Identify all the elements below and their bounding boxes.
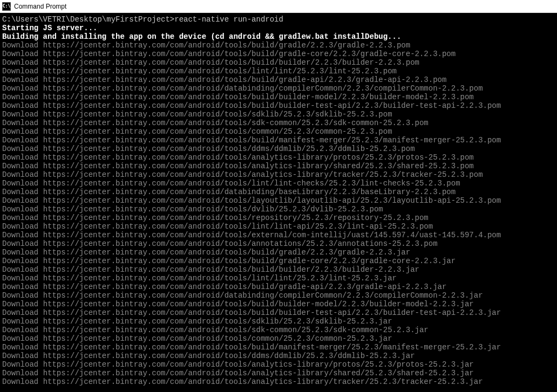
download-prefix: Download xyxy=(2,360,43,369)
download-url: https://jcenter.bintray.com/com/android/… xyxy=(43,291,483,300)
download-line: Download https://jcenter.bintray.com/com… xyxy=(2,283,555,291)
download-prefix: Download xyxy=(2,153,43,162)
download-line: Download https://jcenter.bintray.com/com… xyxy=(2,300,555,308)
download-line: Download https://jcenter.bintray.com/com… xyxy=(2,239,555,248)
download-prefix: Download xyxy=(2,50,43,58)
download-url: https://jcenter.bintray.com/com/android/… xyxy=(43,274,397,283)
download-prefix: Download xyxy=(2,67,43,75)
download-prefix: Download xyxy=(2,274,43,283)
download-line: Download https://jcenter.bintray.com/com… xyxy=(2,75,555,84)
download-line: Download https://jcenter.bintray.com/com… xyxy=(2,352,555,360)
download-url: https://jcenter.bintray.com/com/android/… xyxy=(43,231,501,239)
download-prefix: Download xyxy=(2,283,43,291)
download-prefix: Download xyxy=(2,93,43,101)
download-url: https://jcenter.bintray.com/com/android/… xyxy=(43,58,419,67)
title-bar[interactable]: C:\ Command Prompt xyxy=(0,0,557,13)
download-url: https://jcenter.bintray.com/com/android/… xyxy=(43,162,474,170)
download-line: Download https://jcenter.bintray.com/com… xyxy=(2,188,555,196)
download-line: Download https://jcenter.bintray.com/com… xyxy=(2,291,555,300)
download-prefix: Download xyxy=(2,369,43,377)
download-prefix: Download xyxy=(2,214,43,222)
download-line: Download https://jcenter.bintray.com/com… xyxy=(2,257,555,265)
prompt-line: C:\Users\VETRI\Desktop\myFirstProject>re… xyxy=(2,15,555,24)
download-url: https://jcenter.bintray.com/com/android/… xyxy=(43,265,419,274)
status-line: Building and installing the app on the d… xyxy=(2,32,555,41)
download-line: Download https://jcenter.bintray.com/com… xyxy=(2,248,555,257)
download-url: https://jcenter.bintray.com/com/android/… xyxy=(43,326,429,334)
download-line: Download https://jcenter.bintray.com/com… xyxy=(2,274,555,283)
download-url: https://jcenter.bintray.com/com/android/… xyxy=(43,196,501,205)
download-prefix: Download xyxy=(2,127,43,136)
download-prefix: Download xyxy=(2,205,43,214)
download-line: Download https://jcenter.bintray.com/com… xyxy=(2,119,555,127)
download-line: Download https://jcenter.bintray.com/com… xyxy=(2,377,555,386)
download-url: https://jcenter.bintray.com/com/android/… xyxy=(43,110,392,119)
download-prefix: Download xyxy=(2,84,43,93)
download-url: https://jcenter.bintray.com/com/android/… xyxy=(43,75,447,84)
download-prefix: Download xyxy=(2,377,43,386)
download-line: Download https://jcenter.bintray.com/com… xyxy=(2,317,555,326)
terminal-output[interactable]: C:\Users\VETRI\Desktop\myFirstProject>re… xyxy=(0,13,557,392)
prompt-path: C:\Users\VETRI\Desktop\myFirstProject> xyxy=(2,15,174,24)
download-url: https://jcenter.bintray.com/com/android/… xyxy=(43,248,411,257)
download-prefix: Download xyxy=(2,300,43,308)
window-title: Command Prompt xyxy=(14,3,66,10)
download-url: https://jcenter.bintray.com/com/android/… xyxy=(43,352,415,360)
download-url: https://jcenter.bintray.com/com/android/… xyxy=(43,343,501,352)
download-line: Download https://jcenter.bintray.com/com… xyxy=(2,231,555,239)
download-prefix: Download xyxy=(2,188,43,196)
download-prefix: Download xyxy=(2,196,43,205)
download-url: https://jcenter.bintray.com/com/android/… xyxy=(43,283,447,291)
download-line: Download https://jcenter.bintray.com/com… xyxy=(2,360,555,369)
download-line: Download https://jcenter.bintray.com/com… xyxy=(2,162,555,170)
download-url: https://jcenter.bintray.com/com/android/… xyxy=(43,214,429,222)
download-prefix: Download xyxy=(2,352,43,360)
download-prefix: Download xyxy=(2,248,43,257)
download-line: Download https://jcenter.bintray.com/com… xyxy=(2,205,555,214)
download-prefix: Download xyxy=(2,58,43,67)
download-url: https://jcenter.bintray.com/com/android/… xyxy=(43,179,460,188)
download-url: https://jcenter.bintray.com/com/android/… xyxy=(43,84,483,93)
download-prefix: Download xyxy=(2,265,43,274)
download-url: https://jcenter.bintray.com/com/android/… xyxy=(43,369,474,377)
download-url: https://jcenter.bintray.com/com/android/… xyxy=(43,50,456,58)
download-prefix: Download xyxy=(2,110,43,119)
download-line: Download https://jcenter.bintray.com/com… xyxy=(2,84,555,93)
download-url: https://jcenter.bintray.com/com/android/… xyxy=(43,360,474,369)
download-prefix: Download xyxy=(2,41,43,50)
download-prefix: Download xyxy=(2,179,43,188)
download-url: https://jcenter.bintray.com/com/android/… xyxy=(43,101,501,110)
download-line: Download https://jcenter.bintray.com/com… xyxy=(2,343,555,352)
download-prefix: Download xyxy=(2,334,43,343)
download-url: https://jcenter.bintray.com/com/android/… xyxy=(43,317,392,326)
download-url: https://jcenter.bintray.com/com/android/… xyxy=(43,308,501,317)
download-url: https://jcenter.bintray.com/com/android/… xyxy=(43,67,397,75)
download-url: https://jcenter.bintray.com/com/android/… xyxy=(43,119,429,127)
download-url: https://jcenter.bintray.com/com/android/… xyxy=(43,170,483,179)
download-line: Download https://jcenter.bintray.com/com… xyxy=(2,308,555,317)
download-line: Download https://jcenter.bintray.com/com… xyxy=(2,222,555,231)
download-url: https://jcenter.bintray.com/com/android/… xyxy=(43,257,456,265)
download-prefix: Download xyxy=(2,317,43,326)
download-prefix: Download xyxy=(2,326,43,334)
download-line: Download https://jcenter.bintray.com/com… xyxy=(2,334,555,343)
download-url: https://jcenter.bintray.com/com/android/… xyxy=(43,41,411,50)
download-line: Download https://jcenter.bintray.com/com… xyxy=(2,67,555,75)
download-line: Download https://jcenter.bintray.com/com… xyxy=(2,93,555,101)
download-url: https://jcenter.bintray.com/com/android/… xyxy=(43,153,474,162)
download-line: Download https://jcenter.bintray.com/com… xyxy=(2,41,555,50)
download-line: Download https://jcenter.bintray.com/com… xyxy=(2,179,555,188)
download-line: Download https://jcenter.bintray.com/com… xyxy=(2,110,555,119)
download-url: https://jcenter.bintray.com/com/android/… xyxy=(43,222,433,231)
download-prefix: Download xyxy=(2,239,43,248)
download-url: https://jcenter.bintray.com/com/android/… xyxy=(43,145,415,153)
download-line: Download https://jcenter.bintray.com/com… xyxy=(2,136,555,145)
download-line: Download https://jcenter.bintray.com/com… xyxy=(2,145,555,153)
download-url: https://jcenter.bintray.com/com/android/… xyxy=(43,239,438,248)
download-line: Download https://jcenter.bintray.com/com… xyxy=(2,326,555,334)
download-prefix: Download xyxy=(2,291,43,300)
download-prefix: Download xyxy=(2,101,43,110)
download-prefix: Download xyxy=(2,231,43,239)
download-prefix: Download xyxy=(2,145,43,153)
cmd-icon: C:\ xyxy=(2,2,11,11)
